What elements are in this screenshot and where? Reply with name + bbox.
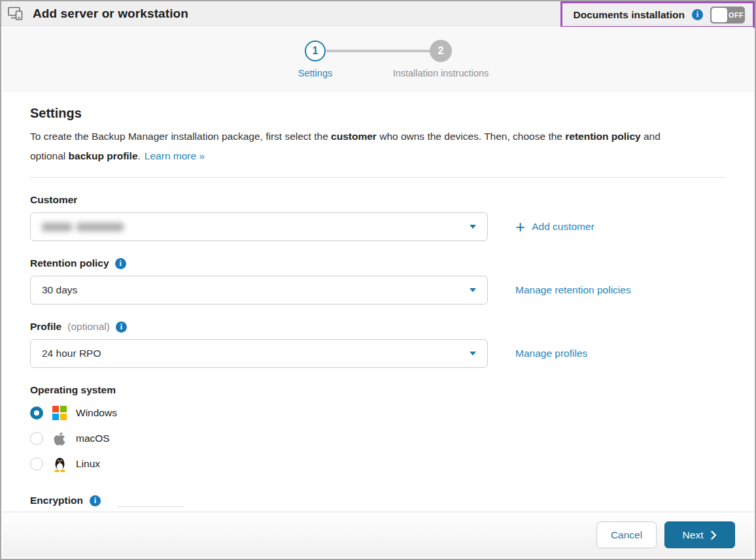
dropdown-caret-icon: [470, 352, 476, 355]
profile-row: 24 hour RPO Manage profiles: [30, 339, 726, 368]
operating-system-label: Operating system: [30, 384, 116, 396]
linux-tux-icon: [52, 456, 67, 472]
encryption-label: Encryption: [30, 495, 83, 506]
devices-icon: [8, 7, 25, 21]
next-button[interactable]: Next: [664, 521, 735, 548]
documents-installation-label: Documents installation: [573, 9, 685, 21]
profile-value: 24 hour RPO: [42, 348, 101, 359]
settings-description: To create the Backup Manager installatio…: [30, 127, 726, 166]
settings-panel: Settings To create the Backup Manager in…: [3, 92, 753, 512]
step-1-circle: 1: [305, 41, 326, 61]
desc-bold-customer: customer: [331, 131, 377, 142]
radio-windows-selected[interactable]: [30, 406, 43, 420]
retention-policy-value: 30 days: [42, 284, 77, 296]
encryption-label-row: Encryption i: [30, 495, 726, 506]
os-option-linux[interactable]: Linux: [30, 455, 726, 472]
desc-text: optional: [30, 150, 69, 161]
desc-bold-backup-profile: backup profile: [69, 150, 138, 161]
retention-policy-select[interactable]: 30 days: [30, 276, 488, 305]
info-icon[interactable]: i: [692, 9, 703, 20]
customer-label: Customer: [30, 194, 77, 206]
desc-text: who owns the devices. Then, choose the: [377, 131, 565, 142]
page-title: Add server or workstation: [33, 7, 188, 21]
add-customer-link[interactable]: + Add customer: [515, 220, 594, 233]
retention-policy-label-row: Retention policy i: [30, 257, 726, 269]
manage-retention-policies-label: Manage retention policies: [515, 284, 631, 296]
dropdown-caret-icon: [470, 288, 476, 292]
os-option-windows[interactable]: Windows: [30, 404, 726, 421]
manage-profiles-label: Manage profiles: [515, 348, 587, 359]
desc-text: .: [138, 150, 141, 161]
radio-linux[interactable]: [30, 457, 43, 470]
stepper-connector: [326, 50, 430, 52]
desc-text: To create the Backup Manager installatio…: [30, 131, 331, 142]
plus-icon: +: [515, 220, 525, 233]
step-1-label: Settings: [266, 68, 364, 78]
os-name-linux: Linux: [76, 458, 100, 470]
profile-label: Profile: [30, 321, 61, 333]
info-icon[interactable]: i: [90, 495, 101, 506]
apple-logo-icon: [52, 431, 67, 446]
profile-select[interactable]: 24 hour RPO: [30, 339, 488, 368]
retention-policy-row: 30 days Manage retention policies: [30, 276, 726, 305]
step-2-label: Installation instructions: [369, 68, 513, 78]
info-icon[interactable]: i: [116, 321, 127, 333]
wizard-stepper: 1 2 Settings Installation instructions: [3, 27, 753, 91]
windows-logo-icon: [52, 406, 67, 420]
desc-text: and: [641, 131, 661, 142]
customer-row: + Add customer: [30, 212, 726, 241]
profile-label-row: Profile (optional) i: [30, 321, 726, 333]
documents-installation-annotation: Documents installation i OFF: [560, 1, 755, 28]
manage-profiles-link[interactable]: Manage profiles: [515, 348, 587, 359]
add-server-dialog: Add server or workstation Documents inst…: [0, 0, 756, 560]
manage-retention-policies-link[interactable]: Manage retention policies: [515, 284, 631, 296]
os-option-macos[interactable]: macOS: [30, 430, 726, 447]
next-button-label: Next: [683, 529, 704, 541]
customer-value-redacted: [42, 223, 124, 231]
customer-select[interactable]: [30, 212, 488, 241]
step-2-circle: 2: [430, 40, 452, 62]
footer-bar: Cancel Next: [3, 512, 753, 557]
section-divider: [30, 177, 726, 178]
retention-policy-label: Retention policy: [30, 257, 109, 269]
info-icon[interactable]: i: [115, 258, 126, 269]
radio-macos[interactable]: [30, 432, 43, 445]
learn-more-link[interactable]: Learn more »: [145, 150, 205, 161]
settings-heading: Settings: [30, 106, 726, 121]
dropdown-caret-icon: [470, 225, 476, 229]
customer-label-row: Customer: [30, 194, 726, 206]
chevron-right-icon: [711, 531, 717, 540]
operating-system-label-row: Operating system: [30, 384, 726, 396]
toggle-knob: [712, 8, 727, 22]
os-name-windows: Windows: [76, 407, 117, 419]
toggle-state-label: OFF: [727, 11, 745, 19]
add-customer-label: Add customer: [532, 221, 594, 233]
documents-installation-toggle[interactable]: OFF: [710, 7, 745, 24]
desc-bold-retention-policy: retention policy: [565, 131, 640, 142]
os-name-macos: macOS: [76, 433, 110, 444]
encryption-divider-line: [118, 506, 183, 507]
profile-optional-note: (optional): [67, 321, 110, 333]
cancel-button[interactable]: Cancel: [596, 521, 657, 548]
